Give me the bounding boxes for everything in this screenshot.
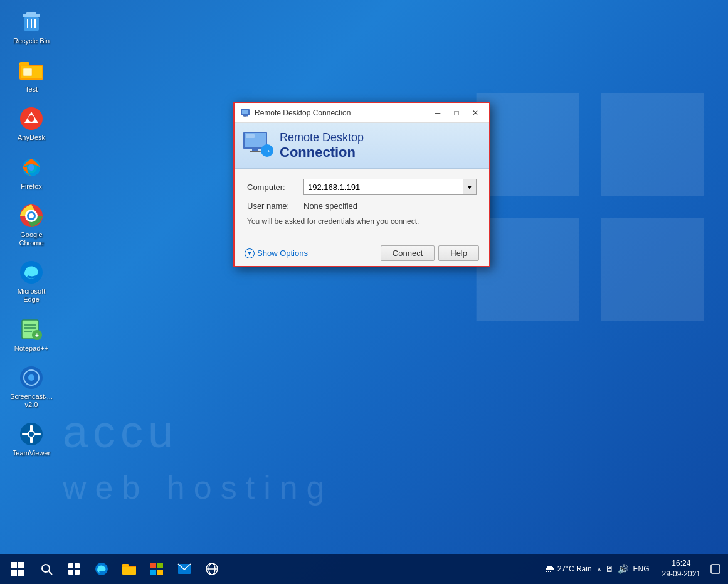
username-value: None specified (303, 201, 357, 211)
taskbar-search-btn[interactable] (33, 554, 60, 584)
test-folder-image (19, 58, 44, 83)
svg-rect-42 (244, 116, 246, 117)
taskbar-network-btn[interactable] (198, 554, 226, 584)
rdp-titlebar-text: Remote Desktop Connection (255, 109, 429, 117)
taskbar: 🌧 27°C Rain ∧ 🖥 🔊 ENG 16:24 29-09-2021 (0, 554, 728, 584)
svg-point-20 (28, 164, 34, 171)
start-button[interactable] (3, 554, 33, 584)
recycle-bin-icon[interactable]: Recycle Bin (6, 6, 56, 48)
taskbar-time: 16:24 (672, 558, 690, 569)
taskbar-explorer-btn[interactable] (115, 554, 143, 584)
svg-text:→: → (263, 146, 272, 156)
svg-rect-5 (26, 12, 36, 15)
test-folder-icon[interactable]: Test (6, 55, 56, 97)
taskbar-taskview-btn[interactable] (60, 554, 88, 584)
rdp-footer: ▼ Show Options Connect Help (235, 240, 489, 266)
rdp-dialog: Remote Desktop Connection ─ □ ✕ (233, 102, 490, 267)
show-options-arrow: ▼ (245, 248, 255, 258)
svg-rect-51 (18, 562, 24, 568)
rdp-close-btn[interactable]: ✕ (467, 105, 484, 120)
computer-input-wrap: ▼ (303, 179, 477, 195)
rdp-header-line2: Connection (280, 144, 364, 161)
computer-row: Computer: ▼ (247, 179, 477, 195)
username-label: User name: (247, 201, 303, 211)
svg-rect-14 (23, 68, 32, 76)
svg-rect-47 (250, 151, 261, 152)
svg-rect-72 (711, 565, 720, 573)
connect-button[interactable]: Connect (381, 245, 435, 261)
svg-point-35 (28, 374, 34, 381)
svg-rect-67 (157, 570, 163, 575)
chrome-label: Google Chrome (9, 231, 53, 247)
svg-rect-52 (11, 570, 17, 576)
taskbar-weather-icon: 🌧 (545, 563, 555, 575)
rdp-body: Computer: ▼ User name: None specified Yo… (235, 169, 489, 240)
rdp-minimize-btn[interactable]: ─ (429, 105, 446, 120)
svg-rect-40 (242, 110, 248, 114)
svg-rect-45 (246, 134, 255, 138)
firefox-image (19, 155, 44, 180)
notepadpp-label: Notepad++ (14, 344, 48, 353)
svg-point-17 (28, 115, 34, 122)
svg-point-24 (29, 213, 34, 218)
computer-dropdown-arrow[interactable]: ▼ (463, 179, 477, 195)
taskbar-monitor-icon: 🖥 (605, 564, 614, 574)
svg-rect-12 (19, 62, 29, 66)
svg-point-54 (42, 565, 50, 572)
rdp-maximize-btn[interactable]: □ (448, 105, 465, 120)
teamviewer-icon[interactable]: TeamViewer (6, 418, 56, 460)
firefox-icon[interactable]: Firefox (6, 152, 56, 194)
svg-rect-66 (150, 570, 156, 575)
rdp-titlebar-icon (240, 107, 251, 119)
screencast-image (19, 365, 44, 390)
svg-rect-46 (252, 149, 258, 151)
rdp-header: → Remote Desktop Connection (235, 123, 489, 169)
svg-rect-1 (601, 93, 704, 196)
notepadpp-icon[interactable]: + Notepad++ (6, 314, 56, 356)
taskbar-clock[interactable]: 16:24 29-09-2021 (657, 558, 705, 580)
screencast-label: Screencast-... v2.0 (10, 393, 53, 409)
taskbar-mail-btn[interactable] (171, 554, 198, 584)
svg-rect-56 (68, 563, 73, 568)
edge-icon[interactable]: Microsoft Edge (6, 257, 56, 307)
anydesk-label: AnyDesk (18, 134, 45, 142)
teamviewer-label: TeamViewer (13, 449, 50, 457)
rdp-titlebar: Remote Desktop Connection ─ □ ✕ (235, 103, 489, 123)
taskbar-edge-btn[interactable] (88, 554, 115, 584)
svg-rect-63 (122, 564, 129, 567)
teamviewer-image (19, 422, 44, 447)
taskbar-notification-btn[interactable] (705, 554, 725, 584)
help-button[interactable]: Help (438, 245, 479, 261)
test-folder-label: Test (25, 85, 38, 93)
rdp-info-text: You will be asked for credentials when y… (247, 217, 477, 226)
taskbar-chevron-icon[interactable]: ∧ (597, 566, 601, 573)
show-options-link[interactable]: ▼ Show Options (245, 248, 308, 258)
svg-rect-0 (477, 93, 579, 196)
svg-rect-59 (75, 570, 80, 575)
svg-rect-53 (18, 570, 24, 576)
taskbar-volume-icon[interactable]: 🔊 (618, 564, 628, 574)
chrome-icon[interactable]: Google Chrome (6, 200, 56, 250)
svg-rect-61 (122, 566, 136, 575)
watermark-text: accuweb hosting (63, 406, 678, 509)
svg-rect-3 (601, 218, 704, 321)
computer-input[interactable] (303, 179, 477, 195)
anydesk-icon[interactable]: AnyDesk (6, 103, 56, 145)
taskbar-language: ENG (633, 565, 650, 573)
rdp-header-title: Remote Desktop Connection (280, 131, 364, 161)
svg-text:+: + (35, 332, 39, 339)
screencast-icon[interactable]: Screencast-... v2.0 (6, 362, 56, 412)
taskbar-system-tray: 🌧 27°C Rain ∧ 🖥 🔊 ENG (540, 563, 657, 575)
svg-point-38 (29, 432, 34, 437)
edge-image (19, 260, 44, 285)
computer-label: Computer: (247, 183, 303, 192)
svg-rect-65 (157, 563, 163, 568)
taskbar-store-btn[interactable] (143, 554, 171, 584)
username-row: User name: None specified (247, 201, 477, 211)
anydesk-image (19, 106, 44, 131)
svg-rect-41 (243, 115, 248, 117)
svg-line-55 (49, 571, 52, 575)
svg-rect-64 (150, 563, 156, 568)
firefox-label: Firefox (21, 183, 42, 191)
svg-rect-58 (68, 570, 73, 575)
